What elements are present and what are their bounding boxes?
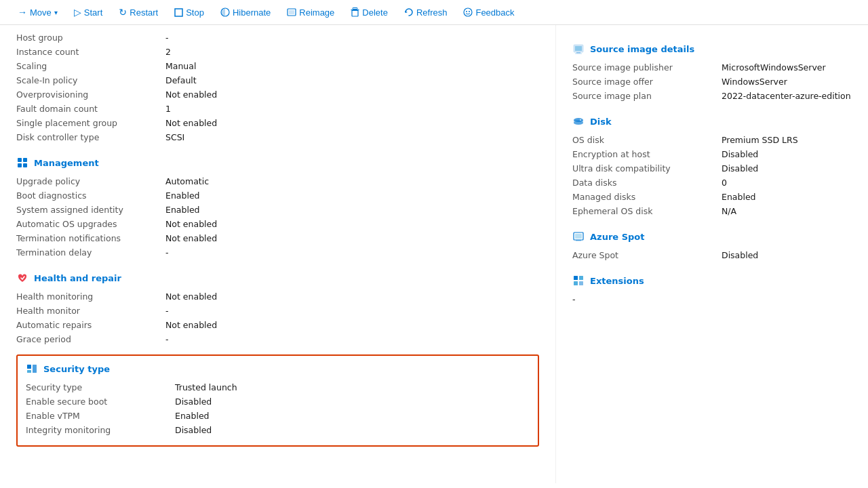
general-fields: Host group - Instance count 2 Scaling Ma… bbox=[16, 30, 539, 144]
field-value: Enabled bbox=[165, 205, 200, 215]
list-item: Source image plan 2022-datacenter-azure-… bbox=[572, 89, 852, 103]
field-value: - bbox=[165, 33, 169, 43]
restart-button[interactable]: ↺ Restart bbox=[112, 4, 165, 20]
field-value: Enabled bbox=[165, 190, 200, 201]
reimage-button[interactable]: Reimage bbox=[280, 5, 341, 20]
reimage-icon bbox=[287, 7, 296, 17]
field-label: Termination delay bbox=[16, 247, 165, 258]
field-value: MicrosoftWindowsServer bbox=[722, 62, 826, 73]
svg-point-9 bbox=[469, 11, 470, 12]
field-label: Grace period bbox=[16, 334, 165, 344]
list-item: Data disks 0 bbox=[572, 176, 852, 190]
list-item: Security type Trusted launch bbox=[26, 380, 530, 394]
field-label: Automatic repairs bbox=[16, 320, 165, 330]
field-label: Enable vTPM bbox=[26, 411, 175, 421]
list-item: Boot diagnostics Enabled bbox=[16, 188, 539, 203]
list-item: Fault domain count 1 bbox=[16, 102, 539, 116]
field-label: System assigned identity bbox=[16, 205, 165, 215]
delete-label: Delete bbox=[362, 7, 388, 18]
list-item: Managed disks Enabled bbox=[572, 190, 852, 204]
svg-point-7 bbox=[464, 8, 472, 16]
field-value: Trusted launch bbox=[175, 382, 237, 392]
start-icon: ▷ bbox=[74, 7, 81, 18]
field-value: 2 bbox=[165, 47, 171, 57]
disk-section: Disk OS disk Premium SSD LRS Encryption … bbox=[572, 115, 852, 218]
list-item: Health monitoring Not enabled bbox=[16, 289, 539, 304]
list-item: Host group - bbox=[16, 30, 539, 45]
field-label: Overprovisioning bbox=[16, 89, 165, 100]
svg-rect-20 bbox=[575, 54, 582, 54]
restart-label: Restart bbox=[130, 7, 158, 18]
field-label: Ultra disk compatibility bbox=[572, 163, 722, 174]
field-label: Scale-In policy bbox=[16, 75, 165, 85]
security-header: Security type bbox=[26, 363, 530, 375]
stop-icon bbox=[174, 8, 183, 17]
move-label: Move bbox=[30, 7, 52, 18]
management-title: Management bbox=[34, 158, 99, 168]
field-label: Source image plan bbox=[572, 91, 722, 101]
svg-rect-26 bbox=[576, 240, 581, 241]
azure-spot-header: Azure Spot bbox=[572, 230, 852, 243]
field-value: SCSI bbox=[165, 132, 184, 142]
azure-spot-icon bbox=[572, 230, 585, 243]
feedback-button[interactable]: Feedback bbox=[456, 5, 521, 20]
field-value: Not enabled bbox=[165, 118, 217, 128]
field-value: Manual bbox=[165, 61, 196, 71]
svg-point-23 bbox=[580, 119, 581, 121]
source-image-section: Source image details Source image publis… bbox=[572, 43, 852, 103]
list-item: Scale-In policy Default bbox=[16, 73, 539, 87]
field-value: - bbox=[165, 334, 169, 344]
field-label: Health monitoring bbox=[16, 291, 165, 302]
field-value: Not enabled bbox=[165, 219, 217, 229]
hibernate-button[interactable]: Hibernate bbox=[214, 5, 277, 20]
field-label: Instance count bbox=[16, 47, 165, 57]
list-item: Enable vTPM Enabled bbox=[26, 409, 530, 423]
extensions-header: Extensions bbox=[572, 274, 852, 287]
azure-spot-section: Azure Spot Azure Spot Disabled bbox=[572, 230, 852, 262]
security-title: Security type bbox=[43, 364, 110, 374]
field-value: Not enabled bbox=[165, 320, 217, 330]
field-label: Automatic OS upgrades bbox=[16, 219, 165, 229]
field-label: Data disks bbox=[572, 178, 722, 188]
svg-rect-6 bbox=[352, 11, 358, 17]
extensions-icon bbox=[572, 274, 585, 287]
move-button[interactable]: → Move ▾ bbox=[11, 4, 64, 20]
restart-icon: ↺ bbox=[119, 7, 127, 18]
field-label: Boot diagnostics bbox=[16, 190, 165, 201]
stop-button[interactable]: Stop bbox=[167, 5, 211, 20]
source-image-header: Source image details bbox=[572, 43, 852, 55]
stop-label: Stop bbox=[186, 7, 204, 18]
feedback-icon bbox=[463, 7, 473, 17]
move-dropdown-icon: ▾ bbox=[54, 9, 58, 16]
delete-button[interactable]: Delete bbox=[344, 5, 395, 20]
left-panel: Host group - Instance count 2 Scaling Ma… bbox=[0, 25, 556, 483]
list-item: Grace period - bbox=[16, 332, 539, 346]
field-value: Premium SSD LRS bbox=[722, 135, 798, 145]
refresh-button[interactable]: Refresh bbox=[397, 5, 454, 20]
field-label: Enable secure boot bbox=[26, 396, 175, 407]
azure-spot-title: Azure Spot bbox=[590, 232, 644, 242]
start-button[interactable]: ▷ Start bbox=[67, 4, 109, 20]
field-label: Encryption at host bbox=[572, 149, 722, 159]
svg-rect-3 bbox=[289, 10, 294, 14]
svg-rect-28 bbox=[579, 276, 583, 280]
health-header: Health and repair bbox=[16, 272, 539, 284]
field-value: Disabled bbox=[175, 425, 212, 435]
field-label: Fault domain count bbox=[16, 104, 165, 114]
field-value: - bbox=[165, 306, 169, 316]
list-item: Ephemeral OS disk N/A bbox=[572, 204, 852, 218]
field-value: Enabled bbox=[175, 411, 210, 421]
field-label: Source image publisher bbox=[572, 62, 722, 73]
feedback-label: Feedback bbox=[475, 7, 514, 18]
field-value: Disabled bbox=[722, 163, 758, 174]
source-image-title: Source image details bbox=[590, 44, 694, 54]
list-item: Termination notifications Not enabled bbox=[16, 231, 539, 245]
field-value: Default bbox=[165, 75, 197, 85]
toolbar: → Move ▾ ▷ Start ↺ Restart Stop Hibernat… bbox=[0, 0, 868, 25]
right-panel: Source image details Source image publis… bbox=[556, 25, 868, 483]
delete-icon bbox=[351, 7, 359, 17]
health-icon bbox=[16, 272, 28, 284]
list-item: Integrity monitoring Disabled bbox=[26, 423, 530, 437]
list-item: Ultra disk compatibility Disabled bbox=[572, 161, 852, 176]
svg-rect-14 bbox=[27, 365, 31, 369]
